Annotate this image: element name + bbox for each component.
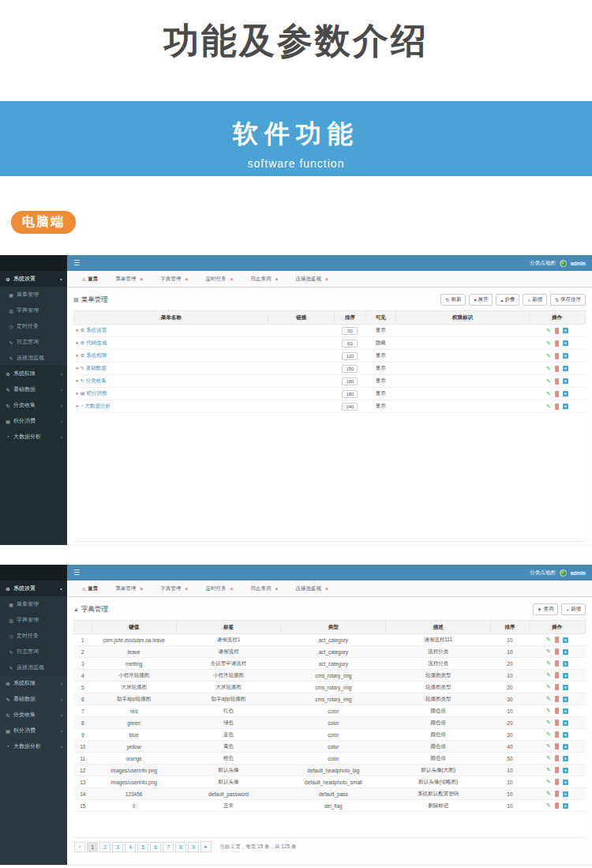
add-child-icon[interactable]: + [563, 780, 568, 785]
page-button-6[interactable]: 6 [150, 842, 161, 852]
delete-icon[interactable] [555, 380, 559, 385]
sort-input[interactable]: 180 [342, 378, 358, 385]
page-button-1[interactable]: 1 [87, 842, 98, 852]
delete-icon[interactable] [555, 804, 559, 809]
sidebar-item-大数据分析[interactable]: ◔大数据分析‹ [0, 738, 67, 754]
sidebar-item-积分消费[interactable]: ▤积分消费‹ [0, 723, 67, 738]
delete-icon[interactable] [555, 757, 559, 761]
sidebar-subitem-菜单管理[interactable]: ▦菜单管理 [0, 596, 67, 612]
topbar-username[interactable]: admin [571, 570, 586, 576]
edit-icon[interactable]: ✎ [546, 672, 551, 678]
tab-连接池监视[interactable]: 连接池监视× [287, 276, 338, 283]
user-avatar[interactable] [560, 569, 567, 577]
edit-icon[interactable]: ✎ [546, 391, 551, 397]
delete-icon[interactable] [555, 709, 559, 714]
sidebar-item-系统设置[interactable]: ⚙系统设置▾ [0, 271, 67, 287]
menu-name-link[interactable]: 大数据分析 [84, 403, 111, 408]
tab-close-icon[interactable]: × [140, 276, 143, 282]
delete-icon[interactable] [555, 638, 559, 643]
sidebar-subitem-定时任务[interactable]: ◷定时任务 [0, 318, 67, 334]
tab-定时任务[interactable]: 定时任务× [197, 585, 242, 592]
add-button[interactable]: +新增 [561, 603, 586, 615]
delete-icon[interactable] [555, 355, 559, 359]
delete-icon[interactable] [555, 745, 559, 750]
sidebar-item-系统设置[interactable]: ⚙系统设置▾ [0, 581, 67, 596]
tab-日志查询[interactable]: 日志查询× [242, 276, 287, 283]
delete-icon[interactable] [555, 342, 559, 347]
sort-input[interactable]: 60 [342, 340, 358, 348]
sidebar-subitem-菜单管理[interactable]: ▦菜单管理 [0, 287, 67, 302]
add-child-icon[interactable]: + [563, 756, 568, 761]
page-button-5[interactable]: 5 [137, 842, 148, 852]
delete-icon[interactable] [555, 733, 559, 738]
tab-字典管理[interactable]: 字典管理× [152, 276, 197, 283]
edit-icon[interactable]: ✎ [546, 720, 551, 726]
sidebar-subitem-日志查询[interactable]: ✎日志查询 [0, 644, 67, 659]
tab-日志查询[interactable]: 日志查询× [242, 585, 287, 592]
add-child-icon[interactable]: + [563, 637, 568, 643]
caret-right-icon[interactable]: ▸ [77, 403, 79, 408]
add-child-icon[interactable]: + [563, 649, 568, 655]
tab-close-icon[interactable]: × [230, 586, 233, 592]
delete-icon[interactable] [555, 329, 559, 334]
page-button-2[interactable]: 2 [99, 842, 111, 852]
delete-icon[interactable] [555, 674, 559, 678]
sidebar-item-积分消费[interactable]: ▤积分消费‹ [0, 413, 67, 429]
sort-input[interactable]: 120 [342, 352, 358, 360]
delete-icon[interactable] [555, 393, 559, 397]
edit-icon[interactable]: ✎ [546, 340, 551, 347]
tab-close-icon[interactable]: × [275, 276, 279, 282]
topbar-map-link[interactable]: 分类点地图 [530, 569, 556, 577]
add-child-icon[interactable]: + [563, 685, 568, 690]
menu-name-link[interactable]: 基础数据 [86, 365, 107, 370]
sidebar-subitem-定时任务[interactable]: ◷定时任务 [0, 628, 67, 644]
edit-icon[interactable]: ✎ [546, 660, 551, 667]
tab-close-icon[interactable]: × [325, 586, 328, 592]
sidebar-subitem-字典管理[interactable]: ▥字典管理 [0, 612, 67, 628]
edit-icon[interactable]: ✎ [546, 648, 551, 655]
add-child-icon[interactable]: + [563, 732, 568, 738]
menu-name-link[interactable]: 系统设置 [86, 327, 107, 333]
edit-icon[interactable]: ✎ [546, 637, 551, 643]
tab-close-icon[interactable]: × [140, 586, 143, 592]
tab-close-icon[interactable]: × [325, 276, 328, 282]
user-avatar[interactable] [560, 260, 567, 267]
add-child-icon[interactable]: + [563, 340, 568, 346]
delete-icon[interactable] [555, 662, 559, 667]
sort-input[interactable]: 30 [342, 327, 358, 335]
page-next-button[interactable]: ▸ [200, 841, 212, 852]
delete-icon[interactable] [555, 650, 559, 655]
add-child-icon[interactable]: + [563, 744, 568, 750]
delete-icon[interactable] [555, 697, 559, 702]
sidebar-item-基础数据[interactable]: ✎基础数据‹ [0, 691, 67, 707]
refresh-button[interactable]: ↻刷新 [440, 294, 466, 306]
edit-icon[interactable]: ✎ [546, 378, 551, 385]
page-button-4[interactable]: 4 [125, 842, 136, 852]
sort-input[interactable]: 150 [342, 365, 358, 373]
tab-菜单管理[interactable]: 菜单管理× [107, 276, 152, 283]
caret-right-icon[interactable]: ▸ [77, 390, 79, 396]
edit-icon[interactable]: ✎ [546, 791, 551, 797]
add-child-icon[interactable]: + [563, 353, 568, 359]
add-child-icon[interactable]: + [563, 708, 568, 714]
sort-input[interactable]: 240 [342, 403, 358, 411]
add-child-icon[interactable]: + [563, 366, 568, 371]
tab-close-icon[interactable]: × [230, 276, 233, 282]
page-button-8[interactable]: 8 [175, 842, 186, 852]
hamburger-icon[interactable]: ☰ [73, 569, 80, 577]
sidebar-subitem-连接池监视[interactable]: ✎连接池监视 [0, 350, 67, 366]
add-child-icon[interactable]: + [563, 378, 568, 384]
caret-right-icon[interactable]: ▸ [77, 378, 79, 383]
delete-icon[interactable] [555, 686, 559, 690]
add-child-icon[interactable]: + [563, 391, 568, 396]
add-child-icon[interactable]: + [563, 697, 568, 702]
menu-name-link[interactable]: 代码生成 [86, 340, 107, 345]
sidebar-item-分类收集[interactable]: ↻分类收集‹ [0, 397, 67, 413]
hamburger-icon[interactable]: ☰ [73, 259, 80, 267]
tab-close-icon[interactable]: × [185, 276, 188, 282]
add-child-icon[interactable]: + [563, 720, 568, 726]
tab-字典管理[interactable]: 字典管理× [152, 585, 197, 592]
topbar-username[interactable]: admin [571, 261, 586, 266]
caret-right-icon[interactable]: ▸ [77, 340, 79, 345]
delete-icon[interactable] [555, 780, 559, 785]
